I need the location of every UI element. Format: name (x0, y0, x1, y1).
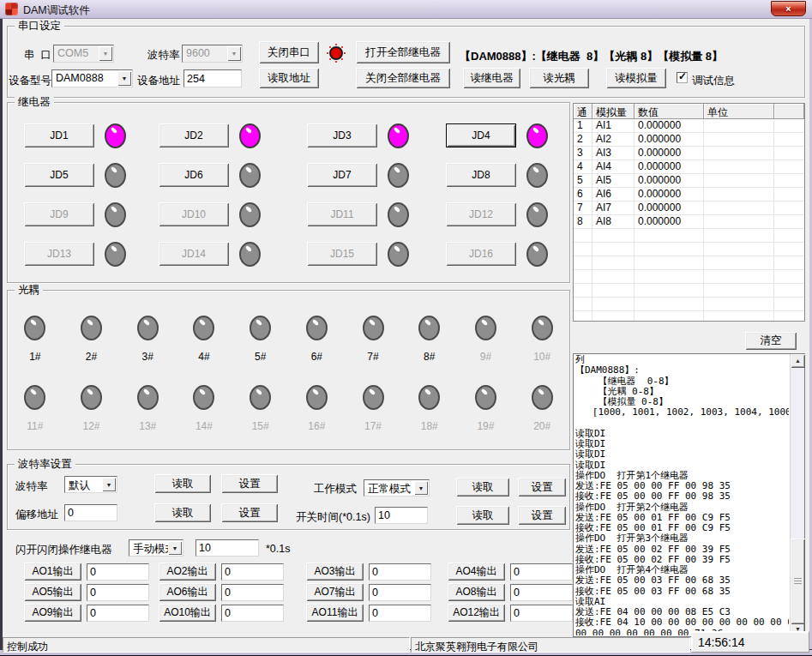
analog-output-button[interactable]: AO3输出 (306, 563, 364, 581)
chevron-down-icon[interactable]: ▼ (99, 46, 112, 61)
scroll-up-icon[interactable]: ▲ (791, 354, 805, 368)
device-addr-input[interactable] (183, 69, 242, 87)
flash-time-input[interactable] (195, 539, 259, 557)
table-row[interactable]: 3 AI3 0.000000 (574, 147, 804, 160)
analog-output-button[interactable]: AO7输出 (306, 583, 364, 601)
relay-button[interactable]: JD11 (307, 202, 377, 226)
close-serial-button[interactable]: 关闭串口 (259, 41, 319, 63)
close-all-relays-button[interactable]: 关闭全部继电器 (356, 68, 450, 88)
clear-log-button[interactable]: 清空 (745, 332, 797, 350)
analog-output-input[interactable] (87, 584, 149, 601)
relay-button[interactable]: JD1 (24, 123, 94, 147)
relay-button[interactable]: JD2 (159, 123, 229, 147)
analog-output-input[interactable] (369, 605, 431, 622)
analog-output-button[interactable]: AO6输出 (159, 583, 216, 601)
flash-mode-select[interactable]: 手动模式 ▼ (129, 539, 183, 557)
analog-output-input[interactable] (87, 605, 149, 622)
table-row[interactable]: 5 AI5 0.000000 (574, 174, 804, 188)
switch-time-set-button[interactable]: 设置 (518, 506, 566, 525)
analog-output-button[interactable]: AO11输出 (306, 604, 364, 622)
table-row[interactable]: 8 AI8 0.000000 (574, 215, 804, 229)
relay-button[interactable]: JD15 (307, 242, 377, 266)
relay-button[interactable]: JD4 (446, 123, 516, 147)
baudrate-set-button[interactable]: 设置 (221, 474, 278, 493)
analog-output-button[interactable]: AO2输出 (159, 563, 216, 581)
relay-button[interactable]: JD8 (446, 163, 516, 187)
relay-button[interactable]: JD13 (24, 242, 94, 266)
work-mode-read-button[interactable]: 读取 (456, 478, 509, 497)
chevron-down-icon[interactable]: ▼ (414, 481, 428, 495)
switch-time-read-button[interactable]: 读取 (456, 506, 509, 525)
analog-output-button[interactable]: AO4输出 (448, 563, 505, 581)
scrollbar-thumb[interactable] (791, 539, 805, 624)
open-all-relays-button[interactable]: 打开全部继电器 (356, 41, 450, 63)
cell-name: AI2 (592, 133, 635, 147)
debug-info-checkbox[interactable]: ✓ (677, 72, 688, 83)
app-window: DAM调试软件 × 串口设定 串 口 COM5 ▼ 波特率 9600 ▼ 关闭串… (0, 0, 812, 656)
work-mode-select[interactable]: 正常模式 ▼ (364, 479, 430, 497)
table-row[interactable]: 2 AI2 0.000000 (574, 133, 804, 147)
table-row[interactable]: 7 AI7 0.000000 (574, 202, 804, 215)
com-port-select[interactable]: COM5 ▼ (53, 45, 114, 63)
offset-read-button[interactable]: 读取 (154, 503, 211, 522)
analog-output-input[interactable] (221, 584, 284, 601)
device-model-select[interactable]: DAM0888 ▼ (51, 69, 133, 87)
relay-button[interactable]: JD3 (307, 123, 377, 147)
relay-button[interactable]: JD16 (446, 242, 516, 266)
relay-button[interactable]: JD12 (446, 202, 516, 226)
table-header-cell[interactable]: 通 (574, 104, 592, 119)
analog-output-cell: AO9输出 (24, 604, 159, 622)
cell-name: AI1 (592, 119, 635, 133)
analog-output-input[interactable] (221, 605, 284, 622)
switch-time-input[interactable] (375, 507, 428, 524)
table-header-cell[interactable] (774, 104, 804, 119)
analog-output-input[interactable] (221, 563, 284, 581)
cell-unit (704, 133, 774, 147)
read-analog-button[interactable]: 读模拟量 (606, 68, 666, 88)
relay-button[interactable]: JD7 (307, 163, 377, 187)
analog-output-input[interactable] (510, 563, 573, 581)
offset-set-button[interactable]: 设置 (221, 503, 278, 522)
read-addr-button[interactable]: 读取地址 (259, 68, 319, 88)
cell-channel: 6 (574, 188, 592, 202)
relay-led-icon (526, 202, 548, 227)
relay-button[interactable]: JD14 (159, 242, 229, 266)
close-button[interactable]: × (771, 1, 806, 16)
title-bar[interactable]: DAM调试软件 × (0, 0, 812, 19)
baudrate-select[interactable]: 默认 ▼ (64, 476, 117, 493)
baudrate-read-button[interactable]: 读取 (154, 474, 211, 493)
analog-output-input[interactable] (369, 563, 431, 581)
offset-addr-input[interactable] (64, 504, 117, 521)
analog-output-input[interactable] (87, 563, 149, 581)
read-opto-button[interactable]: 读光耦 (529, 68, 589, 88)
relay-button[interactable]: JD6 (159, 163, 229, 187)
analog-output-button[interactable]: AO9输出 (24, 604, 81, 622)
analog-output-button[interactable]: AO10输出 (159, 604, 216, 622)
chevron-down-icon[interactable]: ▼ (227, 46, 241, 61)
chevron-down-icon[interactable]: ▼ (117, 71, 131, 86)
analog-output-input[interactable] (510, 605, 573, 622)
opto-led-icon (475, 385, 496, 410)
table-row[interactable]: 4 AI4 0.000000 (574, 160, 804, 174)
baud-select[interactable]: 9600 ▼ (182, 45, 243, 63)
table-header-cell[interactable]: 模拟量 (592, 104, 635, 119)
analog-output-button[interactable]: AO8输出 (448, 583, 505, 601)
table-row[interactable]: 6 AI6 0.000000 (574, 188, 804, 202)
relay-button[interactable]: JD10 (159, 202, 229, 226)
flash-operate-label: 闪开闪闭操作继电器 (15, 543, 112, 557)
relay-button[interactable]: JD9 (24, 202, 94, 226)
analog-output-input[interactable] (510, 584, 573, 601)
chevron-down-icon[interactable]: ▼ (102, 478, 116, 491)
relay-button[interactable]: JD5 (24, 163, 94, 187)
chevron-down-icon[interactable]: ▼ (168, 541, 182, 555)
analog-output-button[interactable]: AO12输出 (448, 604, 505, 622)
read-relay-button[interactable]: 读继电器 (463, 68, 520, 88)
work-mode-set-button[interactable]: 设置 (518, 478, 566, 497)
analog-output-input[interactable] (369, 584, 431, 601)
analog-output-button[interactable]: AO5输出 (24, 583, 81, 601)
table-header-cell[interactable]: 数值 (635, 104, 704, 119)
log-scrollbar[interactable]: ▲ ▼ (790, 354, 804, 636)
table-row[interactable]: 1 AI1 0.000000 (574, 119, 804, 133)
analog-output-button[interactable]: AO1输出 (24, 563, 81, 581)
table-header-cell[interactable]: 单位 (704, 104, 774, 119)
